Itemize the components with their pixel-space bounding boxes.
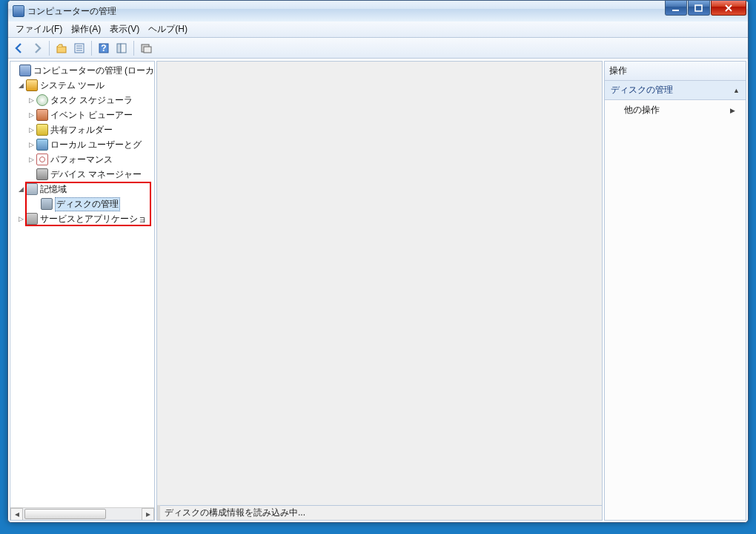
computer-management-window: コンピューターの管理 ファイル(F) 操作(A) 表示(V) ヘルプ(H) bbox=[7, 0, 749, 523]
storage-icon bbox=[26, 183, 38, 195]
tree-local-users[interactable]: ▷ ローカル ユーザーとグ bbox=[10, 137, 154, 152]
forward-button[interactable] bbox=[29, 40, 45, 56]
tree-storage[interactable]: ◢ 記憶域 bbox=[10, 182, 154, 197]
toolbar: ? bbox=[8, 38, 748, 59]
event-icon bbox=[36, 109, 48, 121]
menu-view[interactable]: 表示(V) bbox=[105, 22, 144, 37]
tree-disk-management[interactable]: ディスクの管理 bbox=[10, 197, 154, 211]
services-icon bbox=[26, 213, 38, 225]
scroll-left-arrow-icon[interactable]: ◂ bbox=[10, 508, 23, 521]
app-icon bbox=[13, 5, 24, 17]
svg-rect-9 bbox=[117, 44, 121, 53]
scroll-thumb[interactable] bbox=[24, 509, 106, 519]
share-icon bbox=[36, 124, 48, 136]
tree-root[interactable]: コンピューターの管理 (ローカ bbox=[10, 63, 154, 78]
tree-event-viewer[interactable]: ▷ イベント ビューアー bbox=[10, 108, 154, 122]
actions-more[interactable]: 他の操作 ▶ bbox=[605, 100, 746, 120]
tree-item-label: デバイス マネージャー bbox=[50, 168, 142, 181]
chevron-right-icon: ▶ bbox=[730, 107, 735, 114]
back-button[interactable] bbox=[11, 40, 27, 56]
menu-help[interactable]: ヘルプ(H) bbox=[144, 22, 192, 37]
tree-shared-folders[interactable]: ▷ 共有フォルダー bbox=[10, 122, 154, 137]
users-icon bbox=[36, 139, 48, 151]
tree-item-label: 記憶域 bbox=[40, 183, 67, 196]
svg-rect-10 bbox=[121, 44, 126, 53]
menu-action[interactable]: 操作(A) bbox=[67, 22, 105, 37]
tree-item-label: タスク スケジューラ bbox=[50, 94, 133, 107]
tree-services-apps[interactable]: ▷ サービスとアプリケーショ bbox=[10, 211, 154, 226]
svg-text:?: ? bbox=[101, 43, 106, 53]
expander-icon[interactable] bbox=[12, 66, 19, 75]
expander-open-icon[interactable]: ◢ bbox=[16, 185, 25, 194]
actions-panel: 操作 ディスクの管理 ▲ 他の操作 ▶ bbox=[604, 61, 746, 521]
body: コンピューターの管理 (ローカ ◢ システム ツール ▷ タスク スケジューラ … bbox=[8, 59, 748, 522]
svg-rect-1 bbox=[695, 5, 702, 11]
status-bar: ディスクの構成情報を読み込み中... bbox=[160, 505, 602, 520]
tree-item-label: システム ツール bbox=[40, 79, 105, 92]
actions-more-label: 他の操作 bbox=[624, 104, 660, 116]
tree-horizontal-scrollbar[interactable]: ◂ ▸ bbox=[10, 507, 154, 520]
main-content-panel: ディスクの構成情報を読み込み中... bbox=[156, 61, 603, 521]
clock-icon bbox=[36, 94, 48, 106]
svg-rect-2 bbox=[57, 47, 66, 53]
properties-button[interactable] bbox=[71, 40, 87, 56]
expander-icon[interactable]: ▷ bbox=[16, 214, 25, 223]
expander-open-icon[interactable]: ◢ bbox=[16, 81, 25, 90]
up-button[interactable] bbox=[53, 40, 70, 56]
tree-item-label: コンピューターの管理 (ローカ bbox=[33, 65, 154, 77]
performance-icon bbox=[36, 154, 48, 165]
menubar: ファイル(F) 操作(A) 表示(V) ヘルプ(H) bbox=[8, 22, 748, 38]
tree-item-label: ディスクの管理 bbox=[55, 197, 120, 211]
tree-item-label: イベント ビューアー bbox=[50, 109, 133, 122]
device-icon bbox=[36, 168, 48, 180]
refresh-button[interactable] bbox=[138, 40, 154, 56]
expander-icon[interactable]: ▷ bbox=[27, 155, 36, 164]
computer-management-icon bbox=[19, 65, 31, 76]
status-text: ディスクの構成情報を読み込み中... bbox=[165, 507, 305, 519]
actions-header-label: 操作 bbox=[609, 65, 627, 76]
tree-item-label: 共有フォルダー bbox=[50, 124, 113, 136]
close-button[interactable] bbox=[711, 1, 746, 16]
actions-section-disk[interactable]: ディスクの管理 ▲ bbox=[605, 81, 746, 100]
tree-system-tools[interactable]: ◢ システム ツール bbox=[10, 78, 154, 93]
tools-icon bbox=[26, 79, 38, 91]
expander-icon[interactable]: ▷ bbox=[27, 111, 36, 119]
titlebar[interactable]: コンピューターの管理 bbox=[8, 1, 748, 22]
expander-icon[interactable]: ▷ bbox=[27, 96, 36, 105]
disk-icon bbox=[41, 198, 53, 210]
svg-rect-12 bbox=[144, 47, 151, 53]
actions-header: 操作 bbox=[605, 62, 746, 81]
tree-performance[interactable]: ▷ パフォーマンス bbox=[10, 152, 154, 167]
expander-icon[interactable]: ▷ bbox=[27, 125, 36, 134]
help-button[interactable]: ? bbox=[96, 40, 112, 56]
collapse-up-icon[interactable]: ▲ bbox=[733, 87, 740, 94]
tree-panel: コンピューターの管理 (ローカ ◢ システム ツール ▷ タスク スケジューラ … bbox=[10, 61, 155, 521]
scroll-right-arrow-icon[interactable]: ▸ bbox=[142, 508, 154, 521]
expander-icon[interactable]: ▷ bbox=[27, 140, 36, 149]
tree-item-label: サービスとアプリケーショ bbox=[40, 213, 147, 225]
expander-icon[interactable] bbox=[27, 170, 36, 179]
tree-device-manager[interactable]: デバイス マネージャー bbox=[10, 167, 154, 182]
show-hide-tree-button[interactable] bbox=[113, 40, 130, 56]
menu-file[interactable]: ファイル(F) bbox=[11, 22, 67, 37]
scroll-track[interactable] bbox=[23, 508, 142, 521]
svg-rect-0 bbox=[672, 10, 679, 11]
actions-section-label: ディスクの管理 bbox=[611, 84, 673, 96]
tree-item-label: パフォーマンス bbox=[50, 154, 113, 166]
disk-management-view[interactable] bbox=[157, 62, 602, 505]
window-title: コンピューターの管理 bbox=[27, 5, 116, 18]
tree-task-scheduler[interactable]: ▷ タスク スケジューラ bbox=[10, 93, 154, 108]
maximize-button[interactable] bbox=[688, 1, 710, 16]
minimize-button[interactable] bbox=[665, 1, 687, 16]
tree-item-label: ローカル ユーザーとグ bbox=[50, 139, 142, 151]
console-tree[interactable]: コンピューターの管理 (ローカ ◢ システム ツール ▷ タスク スケジューラ … bbox=[10, 62, 154, 507]
